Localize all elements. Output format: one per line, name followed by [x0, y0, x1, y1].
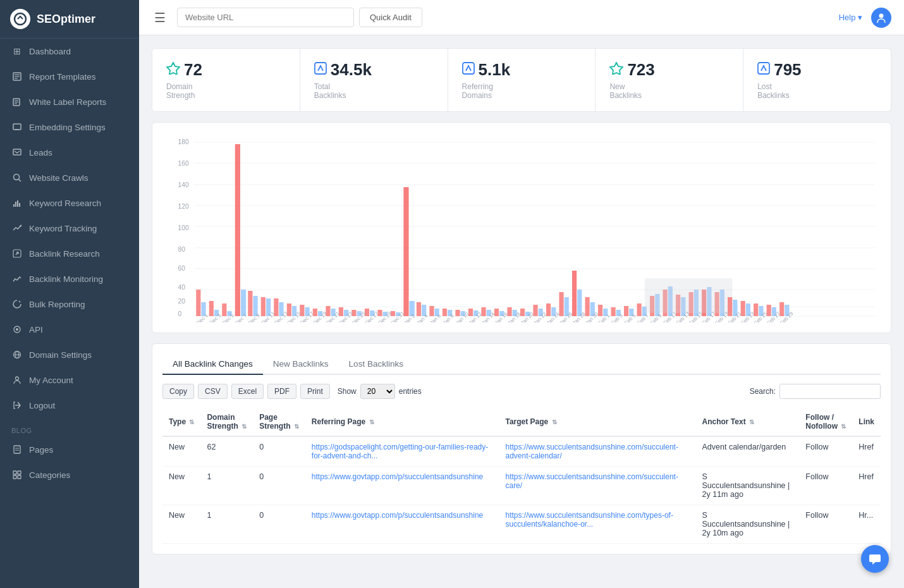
- svg-rect-36: [463, 63, 474, 74]
- sidebar-item-logout[interactable]: Logout: [0, 393, 139, 418]
- svg-point-0: [15, 13, 26, 25]
- col-type: Type ⇅: [162, 408, 200, 436]
- sidebar-item-dashboard[interactable]: ⊞ Dashboard: [0, 39, 139, 64]
- sidebar-item-api[interactable]: API: [0, 317, 139, 342]
- svg-rect-112: [546, 303, 551, 316]
- quick-audit-button[interactable]: Quick Audit: [359, 8, 422, 27]
- cell-link: Href: [852, 436, 881, 467]
- table-row: New 1 0 https://www.govtapp.com/p/succul…: [162, 505, 881, 544]
- sidebar-logo: SEOptimer: [0, 0, 139, 39]
- svg-text:60: 60: [178, 265, 186, 272]
- svg-rect-66: [248, 291, 252, 316]
- svg-rect-122: [611, 307, 616, 316]
- excel-button[interactable]: Excel: [231, 384, 264, 399]
- referring-domains-label: ReferringDomains: [462, 82, 582, 100]
- svg-point-25: [16, 377, 19, 380]
- url-input[interactable]: [177, 8, 354, 27]
- user-avatar[interactable]: [871, 8, 891, 28]
- sidebar-item-label: Logout: [29, 401, 55, 410]
- sidebar-item-keyword-tracking[interactable]: Keyword Tracking: [0, 216, 139, 241]
- cell-type: New: [162, 505, 200, 544]
- svg-rect-94: [429, 306, 434, 316]
- sidebar-item-white-label-reports[interactable]: White Label Reports: [0, 89, 139, 114]
- col-referring-page: Referring Page ⇅: [305, 408, 499, 436]
- chat-button[interactable]: [861, 545, 889, 573]
- svg-rect-17: [19, 203, 20, 207]
- sidebar-item-report-templates[interactable]: Report Templates: [0, 64, 139, 89]
- cell-type: New: [162, 467, 200, 505]
- hamburger-button[interactable]: ☰: [152, 8, 168, 28]
- sidebar-item-label: Pages: [29, 445, 53, 455]
- logo-icon: [10, 9, 30, 29]
- svg-text:20: 20: [178, 298, 186, 305]
- sidebar-item-website-crawls[interactable]: Website Crawls: [0, 165, 139, 190]
- logout-icon: [11, 400, 23, 411]
- copy-button[interactable]: Copy: [162, 384, 194, 399]
- tab-lost-backlinks[interactable]: Lost Backlinks: [339, 354, 413, 375]
- cell-referring-page: https://www.govtapp.com/p/succulentsands…: [305, 505, 499, 544]
- tab-all-backlink-changes[interactable]: All Backlink Changes: [162, 354, 263, 375]
- entries-label: entries: [399, 387, 422, 396]
- print-button[interactable]: Print: [300, 384, 330, 399]
- col-domain-strength: DomainStrength ⇅: [200, 408, 253, 436]
- chart-area: 180 160 140 120 100 80 60 40 20 0: [165, 133, 878, 322]
- cell-domain-strength: 1: [200, 505, 253, 544]
- svg-rect-96: [443, 309, 447, 316]
- logo-text: SEOptimer: [37, 13, 95, 26]
- nav-main: ⊞ Dashboard Report Templates White Label…: [0, 39, 139, 418]
- categories-icon: [11, 469, 23, 481]
- svg-rect-30: [13, 471, 16, 474]
- stat-new-backlinks: 723 NewBacklinks: [596, 49, 743, 111]
- cell-referring-page: https://www.govtapp.com/p/succulentsands…: [305, 467, 499, 505]
- cell-referring-page: https://godspacelight.com/getting-our-fa…: [305, 436, 499, 467]
- svg-rect-16: [17, 200, 18, 207]
- new-backlinks-stat-label: NewBacklinks: [609, 82, 729, 100]
- col-target-page: Target Page ⇅: [499, 408, 695, 436]
- lost-backlinks-stat-icon: [757, 62, 770, 78]
- cell-target-page: https://www.succulentsandsunshine.com/ty…: [499, 505, 695, 544]
- tabs-row: All Backlink Changes New Backlinks Lost …: [162, 354, 881, 375]
- col-follow-nofollow: Follow /Nofollow ⇅: [799, 408, 852, 436]
- sidebar-item-embedding-settings[interactable]: Embedding Settings: [0, 114, 139, 140]
- stat-lost-backlinks: 795 LostBacklinks: [743, 49, 891, 111]
- csv-button[interactable]: CSV: [198, 384, 228, 399]
- referring-domains-icon: [462, 62, 475, 78]
- total-backlinks-value: 34.5k: [331, 60, 372, 80]
- sidebar-item-keyword-research[interactable]: Keyword Research: [0, 190, 139, 216]
- my-account-icon: [11, 374, 23, 386]
- sidebar-item-bulk-reporting[interactable]: Bulk Reporting: [0, 291, 139, 317]
- stat-domain-strength: 72 DomainStrength: [152, 49, 300, 111]
- svg-rect-90: [403, 187, 408, 316]
- sidebar-item-backlink-research[interactable]: Backlink Research: [0, 241, 139, 266]
- sidebar-item-backlink-monitoring[interactable]: Backlink Monitoring: [0, 266, 139, 291]
- svg-rect-11: [13, 149, 21, 155]
- show-label: Show: [338, 387, 357, 396]
- keyword-tracking-icon: [11, 223, 23, 234]
- new-backlinks-value: 723: [627, 60, 654, 80]
- pdf-button[interactable]: PDF: [267, 384, 296, 399]
- sidebar-item-leads[interactable]: Leads: [0, 140, 139, 165]
- sidebar-item-my-account[interactable]: My Account: [0, 367, 139, 393]
- table-search-input[interactable]: [779, 384, 881, 399]
- cell-anchor-text: S Succulentsandsunshine | 2y 11m ago: [696, 467, 800, 505]
- sidebar-item-label: My Account: [29, 376, 73, 385]
- total-backlinks-label: TotalBacklinks: [314, 82, 434, 100]
- main-content: ☰ Quick Audit Help ▾ 72 DomainStrength: [139, 0, 904, 588]
- svg-text:140: 140: [178, 181, 189, 188]
- cell-type: New: [162, 436, 200, 467]
- backlinks-table-container: All Backlink Changes New Backlinks Lost …: [152, 343, 891, 554]
- backlink-monitoring-icon: [11, 273, 23, 285]
- sidebar-item-domain-settings[interactable]: Domain Settings: [0, 342, 139, 367]
- sidebar-item-categories[interactable]: Categories: [0, 462, 139, 487]
- table-header-row: Type ⇅ DomainStrength ⇅ PageStrength ⇅ R…: [162, 408, 881, 436]
- help-button[interactable]: Help ▾: [839, 13, 862, 22]
- svg-rect-141: [728, 297, 732, 316]
- tab-new-backlinks[interactable]: New Backlinks: [263, 354, 339, 375]
- new-backlinks-stat-icon: [609, 62, 623, 78]
- entries-select[interactable]: 20 10 50 100: [360, 384, 395, 399]
- stat-total-backlinks: 34.5k TotalBacklinks: [300, 49, 448, 111]
- white-label-reports-icon: [11, 96, 23, 107]
- sidebar-item-pages[interactable]: Pages: [0, 437, 139, 462]
- cell-target-page: https://www.succulentsandsunshine.com/su…: [499, 436, 695, 467]
- total-backlinks-icon: [314, 62, 327, 78]
